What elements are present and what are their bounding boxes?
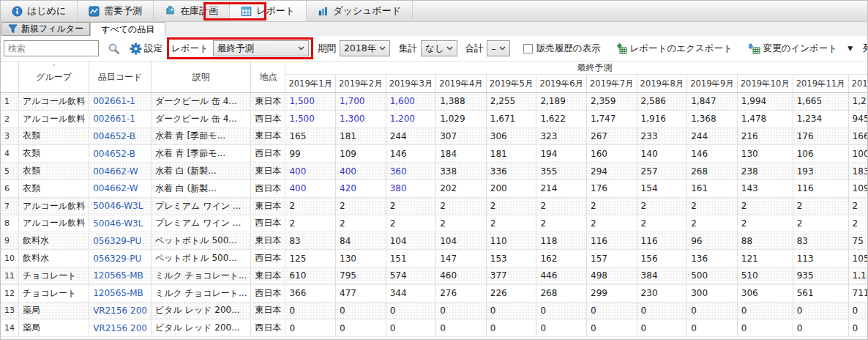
forecast-value-cell[interactable]: 2 <box>793 197 848 215</box>
forecast-value-cell[interactable]: 945 <box>848 110 868 128</box>
forecast-value-cell[interactable]: 216 <box>737 128 793 145</box>
forecast-value-cell[interactable]: 2 <box>436 197 487 215</box>
forecast-value-cell[interactable]: 130 <box>737 145 793 163</box>
forecast-value-cell[interactable]: 2 <box>687 197 738 215</box>
forecast-value-cell[interactable]: 420 <box>336 180 386 197</box>
item-code-link[interactable]: VR2156 200 <box>89 319 151 337</box>
forecast-value-cell[interactable]: 130 <box>336 250 386 267</box>
forecast-value-cell[interactable]: 400 <box>285 163 336 180</box>
tab-dashboard[interactable]: ダッシュボード <box>307 1 413 21</box>
forecast-value-cell[interactable]: 193 <box>793 163 848 180</box>
month-column-header[interactable]: 2019年1月 <box>285 75 336 93</box>
month-column-header[interactable]: 2019年9月 <box>687 75 738 93</box>
forecast-value-cell[interactable]: 140 <box>637 145 687 163</box>
month-column-header[interactable]: 2019年8月 <box>637 75 687 93</box>
forecast-value-cell[interactable]: 1,500 <box>285 93 336 111</box>
forecast-value-cell[interactable]: 336 <box>486 163 536 180</box>
forecast-value-cell[interactable]: 0 <box>587 302 637 319</box>
row-number-cell[interactable]: 6 <box>1 180 19 197</box>
export-report-button[interactable]: レポートのエクスポート <box>616 42 733 55</box>
forecast-value-cell[interactable]: 143 <box>737 180 793 197</box>
month-column-header[interactable]: 2019年11月 <box>793 75 848 93</box>
forecast-value-cell[interactable]: 106 <box>793 145 848 163</box>
forecast-value-cell[interactable]: 323 <box>536 128 587 145</box>
forecast-value-cell[interactable]: 294 <box>587 163 637 180</box>
forecast-value-cell[interactable]: 0 <box>687 319 738 337</box>
forecast-value-cell[interactable]: 0 <box>336 302 386 319</box>
forecast-value-cell[interactable]: 104 <box>386 232 436 250</box>
forecast-value-cell[interactable]: 2 <box>536 197 587 215</box>
month-column-header[interactable]: 2019年6月 <box>536 75 587 93</box>
total-dropdown[interactable]: – <box>487 40 509 56</box>
forecast-value-cell[interactable]: 1,200 <box>386 110 436 128</box>
forecast-value-cell[interactable]: 153 <box>486 250 536 267</box>
forecast-value-cell[interactable]: 1,994 <box>737 93 793 111</box>
forecast-value-cell[interactable]: 116 <box>637 232 687 250</box>
forecast-value-cell[interactable]: 184 <box>436 145 487 163</box>
forecast-value-cell[interactable]: 360 <box>386 163 436 180</box>
forecast-value-cell[interactable]: 0 <box>637 319 687 337</box>
forecast-value-cell[interactable]: 400 <box>336 163 386 180</box>
forecast-value-cell[interactable]: 1,500 <box>285 110 336 128</box>
forecast-value-cell[interactable]: 181 <box>486 145 536 163</box>
month-column-header[interactable]: 2019年3月 <box>386 75 436 93</box>
forecast-value-cell[interactable]: 83 <box>285 232 336 250</box>
description-column-header[interactable]: 説明 <box>151 62 251 93</box>
row-number-cell[interactable]: 12 <box>1 284 19 302</box>
forecast-value-cell[interactable]: 1,847 <box>687 93 738 111</box>
forecast-value-cell[interactable]: 935 <box>793 267 848 284</box>
new-filter-button[interactable]: 新規フィルター <box>1 22 90 36</box>
forecast-value-cell[interactable]: 109 <box>848 180 868 197</box>
forecast-value-cell[interactable]: 795 <box>336 267 386 284</box>
forecast-value-cell[interactable]: 1,671 <box>486 110 536 128</box>
month-column-header[interactable]: 2019年12月 <box>848 75 868 93</box>
forecast-value-cell[interactable]: 0 <box>386 319 436 337</box>
month-column-header[interactable]: 2019年7月 <box>587 75 637 93</box>
forecast-value-cell[interactable]: 200 <box>486 180 536 197</box>
forecast-value-cell[interactable]: 306 <box>737 284 793 302</box>
forecast-value-cell[interactable]: 2 <box>436 215 487 232</box>
forecast-value-cell[interactable]: 0 <box>336 319 386 337</box>
group-column-header[interactable]: ⌄ グループ <box>19 62 89 93</box>
forecast-value-cell[interactable]: 75 <box>848 232 868 250</box>
forecast-value-cell[interactable]: 267 <box>587 128 637 145</box>
forecast-value-cell[interactable]: 1,275 <box>848 93 868 111</box>
location-column-header[interactable]: 地点 <box>251 62 285 93</box>
sales-history-checkbox[interactable] <box>523 44 533 53</box>
forecast-value-cell[interactable]: 1,600 <box>386 93 436 111</box>
item-code-link[interactable]: VR2156 200 <box>89 302 151 319</box>
item-code-link[interactable]: 004662-W <box>89 180 151 197</box>
forecast-value-cell[interactable]: 366 <box>285 284 336 302</box>
import-changes-button[interactable]: 変更のインポート <box>749 42 837 55</box>
month-column-header[interactable]: 2019年10月 <box>737 75 793 93</box>
forecast-value-cell[interactable]: 0 <box>285 319 336 337</box>
forecast-value-cell[interactable]: 160 <box>587 145 637 163</box>
forecast-value-cell[interactable]: 338 <box>436 163 487 180</box>
row-number-cell[interactable]: 5 <box>1 163 19 180</box>
forecast-value-cell[interactable]: 146 <box>687 145 738 163</box>
forecast-value-cell[interactable]: 88 <box>737 232 793 250</box>
forecast-value-cell[interactable]: 84 <box>336 232 386 250</box>
forecast-value-cell[interactable]: 0 <box>587 319 637 337</box>
item-code-link[interactable]: 004662-W <box>89 163 151 180</box>
forecast-value-cell[interactable]: 2 <box>386 215 436 232</box>
columns-display-button[interactable]: 列の表示 <box>863 42 868 55</box>
forecast-value-cell[interactable]: 1,622 <box>536 110 587 128</box>
forecast-value-cell[interactable]: 0 <box>737 319 793 337</box>
forecast-value-cell[interactable]: 165 <box>285 128 336 145</box>
forecast-value-cell[interactable]: 244 <box>386 128 436 145</box>
report-dropdown[interactable]: 最終予測 <box>213 40 309 56</box>
tab-getting-started[interactable]: はじめに <box>1 1 78 21</box>
month-column-header[interactable]: 2019年4月 <box>436 75 487 93</box>
settings-button[interactable]: 設定 <box>130 42 162 55</box>
forecast-value-cell[interactable]: 257 <box>637 163 687 180</box>
forecast-value-cell[interactable]: 1,916 <box>637 110 687 128</box>
item-code-link[interactable]: 120565-MB <box>89 284 151 302</box>
forecast-value-cell[interactable]: 83 <box>793 232 848 250</box>
forecast-value-cell[interactable]: 146 <box>386 145 436 163</box>
forecast-value-cell[interactable]: 1,234 <box>793 110 848 128</box>
forecast-value-cell[interactable]: 226 <box>486 284 536 302</box>
month-column-header[interactable]: 2019年2月 <box>336 75 386 93</box>
forecast-value-cell[interactable]: 0 <box>793 319 848 337</box>
forecast-value-cell[interactable]: 176 <box>587 180 637 197</box>
